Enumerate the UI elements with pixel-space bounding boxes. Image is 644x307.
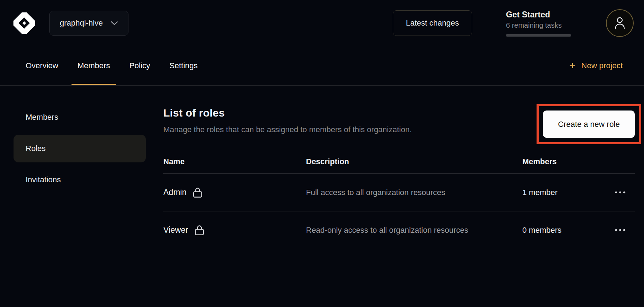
latest-changes-button[interactable]: Latest changes bbox=[393, 10, 472, 36]
hive-logo-icon[interactable] bbox=[12, 11, 36, 35]
top-header: graphql-hive Latest changes Get Started … bbox=[0, 0, 644, 46]
sidebar-item-roles[interactable]: Roles bbox=[14, 135, 146, 162]
new-project-button[interactable]: + New project bbox=[569, 60, 623, 71]
role-name: Admin bbox=[163, 188, 186, 197]
members-sidebar: Members Roles Invitations bbox=[14, 103, 146, 249]
tab-overview[interactable]: Overview bbox=[20, 46, 64, 85]
lock-icon bbox=[193, 187, 202, 198]
user-avatar-button[interactable] bbox=[606, 9, 634, 37]
roles-panel: List of roles Manage the roles that can … bbox=[163, 103, 635, 249]
chevron-down-icon bbox=[111, 21, 118, 26]
table-row-admin: Admin Full access to all organization re… bbox=[163, 174, 635, 211]
role-member-count: 1 member bbox=[522, 188, 603, 197]
role-name-cell: Admin bbox=[163, 187, 306, 198]
roles-heading-block: List of roles Manage the roles that can … bbox=[163, 107, 412, 144]
get-started-progress-bar bbox=[506, 34, 571, 37]
get-started-title: Get Started bbox=[506, 10, 571, 20]
column-header-description: Description bbox=[306, 157, 522, 166]
role-name-cell: Viewer bbox=[163, 225, 306, 236]
roles-panel-header: List of roles Manage the roles that can … bbox=[163, 107, 635, 144]
tab-policy[interactable]: Policy bbox=[123, 46, 156, 85]
row-menu-button[interactable] bbox=[603, 229, 635, 231]
get-started-widget[interactable]: Get Started 6 remaining tasks bbox=[506, 10, 571, 37]
get-started-remaining-tasks: 6 remaining tasks bbox=[506, 21, 571, 29]
page-title: List of roles bbox=[163, 107, 412, 119]
column-header-members: Members bbox=[522, 157, 603, 166]
sidebar-item-invitations[interactable]: Invitations bbox=[14, 166, 146, 194]
sidebar-item-members[interactable]: Members bbox=[14, 103, 146, 131]
org-selector-dropdown[interactable]: graphql-hive bbox=[49, 11, 128, 36]
table-row-viewer: Viewer Read-only access to all organizat… bbox=[163, 211, 635, 249]
org-name: graphql-hive bbox=[60, 18, 103, 28]
plus-icon: + bbox=[569, 60, 576, 71]
annotation-highlight-rectangle: Create a new role bbox=[537, 104, 641, 144]
ellipsis-icon bbox=[615, 229, 625, 231]
create-new-role-button[interactable]: Create a new role bbox=[543, 111, 635, 138]
tab-members[interactable]: Members bbox=[72, 46, 116, 85]
ellipsis-icon bbox=[615, 191, 625, 194]
roles-table-header: Name Description Members bbox=[163, 157, 635, 174]
tab-settings[interactable]: Settings bbox=[163, 46, 204, 85]
new-project-label: New project bbox=[581, 61, 623, 70]
org-tabbar: Overview Members Policy Settings + New p… bbox=[0, 46, 644, 86]
row-menu-button[interactable] bbox=[603, 191, 635, 194]
role-description: Full access to all organization resource… bbox=[306, 185, 473, 199]
user-icon bbox=[614, 16, 626, 30]
column-header-name: Name bbox=[163, 157, 306, 166]
page: graphql-hive Latest changes Get Started … bbox=[0, 0, 644, 307]
content-area: Members Roles Invitations List of roles … bbox=[0, 86, 644, 249]
role-member-count: 0 members bbox=[522, 226, 603, 235]
roles-table: Name Description Members Admin bbox=[163, 157, 635, 249]
lock-icon bbox=[195, 225, 204, 236]
role-description: Read-only access to all organization res… bbox=[306, 223, 473, 237]
role-name: Viewer bbox=[163, 225, 188, 235]
page-subtitle: Manage the roles that can be assigned to… bbox=[163, 125, 412, 134]
